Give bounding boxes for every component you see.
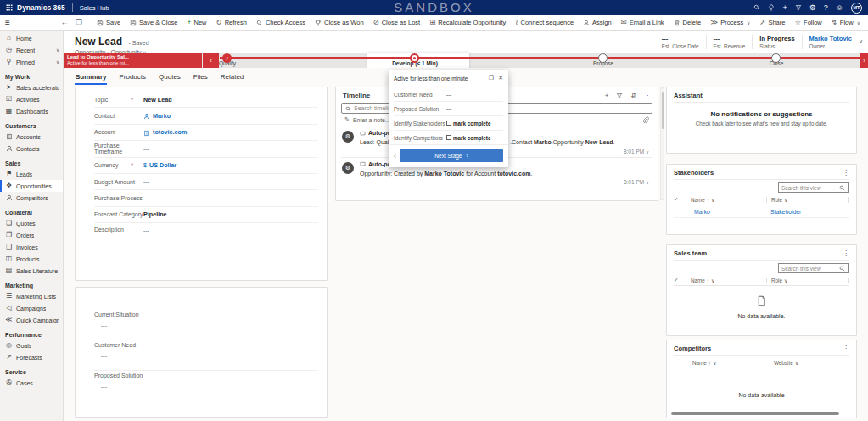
- new-button[interactable]: +New: [188, 19, 207, 26]
- forecast-category-value[interactable]: Pipeline: [143, 210, 167, 218]
- help-icon[interactable]: ?: [824, 4, 828, 12]
- entry-timestamp[interactable]: 8:01 PM ∨: [360, 179, 651, 185]
- sidebar-item-forecasts[interactable]: ↗Forecasts: [0, 351, 63, 363]
- stakeholder-role-link[interactable]: Stakeholder: [766, 209, 849, 215]
- stage-step-identify-competitors[interactable]: Identify Competitors mark complete: [394, 130, 503, 144]
- sidebar-item-leads[interactable]: ⚑Leads: [0, 168, 63, 180]
- more-icon[interactable]: ⋮: [843, 250, 849, 257]
- refresh-button[interactable]: ↻Refresh: [216, 19, 247, 26]
- tab-summary[interactable]: Summary: [75, 72, 107, 85]
- previous-stage-chevron[interactable]: ‹: [394, 152, 396, 160]
- contact-value[interactable]: Marko: [143, 112, 171, 120]
- mark-complete-checkbox[interactable]: [446, 121, 451, 126]
- more-icon[interactable]: ⋮: [843, 169, 849, 177]
- close-as-lost-button[interactable]: ⊘Close as Lost: [373, 19, 421, 26]
- horizontal-scrollbar[interactable]: [671, 412, 839, 415]
- header-field-owner[interactable]: Marko Totovic Owner: [802, 35, 859, 49]
- owner-value[interactable]: Marko Totovic: [809, 35, 852, 42]
- name-column-header[interactable]: Name↑∨: [686, 278, 766, 283]
- close-icon[interactable]: ✕: [498, 75, 503, 81]
- proposed-solution-value[interactable]: ---: [94, 384, 318, 390]
- process-menu-button[interactable]: ≫Process∨: [710, 19, 750, 26]
- select-all-check-icon[interactable]: ✓: [674, 277, 686, 283]
- paperclip-icon[interactable]: [642, 116, 649, 123]
- more-icon[interactable]: ⋮: [644, 92, 651, 99]
- follow-button[interactable]: ☆Follow: [794, 19, 821, 26]
- sidebar-item-opportunities[interactable]: ❖Opportunities: [0, 180, 63, 192]
- sidebar-item-campaigns[interactable]: ◁Campaigns: [0, 302, 63, 314]
- connect-sequence-button[interactable]: ≀Connect sequence: [515, 19, 574, 26]
- sidebar-item-products[interactable]: ◫Products: [0, 253, 63, 265]
- sidebar-item-recent[interactable]: ◷Recent∨: [0, 44, 63, 56]
- mark-complete-checkbox[interactable]: [446, 135, 451, 140]
- customer-need-value[interactable]: ---: [446, 92, 452, 98]
- sidebar-item-quick-campaigns[interactable]: ≪Quick Campaigns: [0, 314, 63, 326]
- field-row-budget-amount[interactable]: Budget Amount ---: [94, 174, 318, 190]
- role-column-header[interactable]: Role∨: [766, 197, 849, 203]
- header-field-status[interactable]: In Progress Status: [752, 35, 801, 49]
- stakeholder-row[interactable]: Marko Stakeholder: [674, 205, 849, 218]
- search-icon[interactable]: [753, 4, 760, 11]
- area-title[interactable]: Sales Hub: [80, 4, 109, 12]
- more-icon[interactable]: ⋮: [843, 345, 849, 352]
- field-row-proposed-solution[interactable]: Proposed Solution ---: [94, 371, 318, 401]
- field-row-contact[interactable]: Contact Marko: [94, 108, 318, 124]
- sidebar-item-competitors[interactable]: Competitors: [0, 192, 63, 204]
- stage-field-customer-need[interactable]: Customer Need ---: [394, 87, 503, 101]
- sidebar-item-sales-accelerator[interactable]: ➤Sales accelerator: [0, 81, 63, 93]
- process-chevron-left[interactable]: ‹: [203, 53, 219, 68]
- close-as-won-button[interactable]: Close as Won: [315, 19, 364, 26]
- field-row-topic[interactable]: Topic* New Lead: [94, 92, 318, 108]
- account-value[interactable]: totovic.com: [143, 128, 187, 136]
- select-all-check-icon[interactable]: ✓: [674, 196, 686, 203]
- purchase-timeframe-value[interactable]: ---: [143, 145, 149, 153]
- field-row-purchase-process[interactable]: Purchase Process ---: [94, 190, 318, 206]
- process-banner[interactable]: Lead to Opportunity Sal... Active for le…: [64, 53, 202, 68]
- sort-icon[interactable]: ⇵: [630, 92, 636, 99]
- flow-menu-button[interactable]: ↯Flow∨: [832, 19, 860, 26]
- check-access-button[interactable]: Check Access: [256, 19, 305, 26]
- popout-icon[interactable]: ❐: [489, 75, 494, 81]
- recalculate-opportunity-button[interactable]: ⊞Recalculate Opportunity: [429, 19, 506, 26]
- settings-gear-icon[interactable]: ⚙: [809, 4, 816, 12]
- add-icon[interactable]: +: [605, 92, 609, 99]
- field-row-currency[interactable]: Currency* $US Dollar: [94, 158, 318, 174]
- name-column-header[interactable]: Name↑∨: [686, 197, 766, 203]
- stage-develop-marker[interactable]: [410, 53, 419, 63]
- field-row-current-situation[interactable]: Current Situation ---: [94, 310, 318, 340]
- sidebar-item-quotes[interactable]: ❏Quotes: [0, 217, 63, 229]
- topic-value[interactable]: New Lead: [143, 96, 172, 104]
- hamburger-menu-icon[interactable]: ≡: [5, 18, 10, 27]
- sidebar-item-marketing-lists[interactable]: ☰Marketing Lists: [0, 290, 63, 302]
- description-value[interactable]: ---: [143, 227, 149, 234]
- chevron-down-icon[interactable]: ∨: [859, 38, 863, 45]
- field-row-customer-need[interactable]: Customer Need ---: [94, 340, 318, 371]
- sidebar-item-cases[interactable]: ✇Cases: [0, 377, 63, 389]
- scrollbar-thumb[interactable]: [662, 92, 664, 129]
- stage-close-marker[interactable]: [771, 53, 781, 63]
- app-title[interactable]: Dynamics 365: [17, 3, 65, 12]
- budget-amount-value[interactable]: ---: [143, 178, 149, 186]
- sidebar-item-home[interactable]: ⌂Home: [0, 32, 63, 44]
- tab-quotes[interactable]: Quotes: [158, 72, 182, 85]
- role-column-header[interactable]: Role∨: [766, 278, 849, 283]
- save-button[interactable]: Save: [97, 19, 120, 26]
- sidebar-item-pinned[interactable]: ⚲Pinned∨: [0, 56, 63, 68]
- customer-need-value[interactable]: ---: [94, 353, 318, 359]
- current-situation-value[interactable]: ---: [94, 323, 318, 328]
- currency-value[interactable]: $US Dollar: [143, 161, 176, 169]
- field-row-account[interactable]: Account totovic.com: [94, 125, 318, 141]
- email-a-link-button[interactable]: ✉Email a Link: [621, 19, 664, 26]
- stage-step-identify-stakeholders[interactable]: Identify Stakeholders mark complete: [394, 115, 503, 130]
- header-field-est-revenue[interactable]: --- Est. Revenue: [706, 35, 753, 49]
- proposed-solution-value[interactable]: ---: [446, 106, 452, 112]
- process-chevron-right[interactable]: ›: [860, 53, 868, 68]
- sidebar-item-orders[interactable]: ❐Orders: [0, 229, 63, 241]
- sidebar-item-sales-literature[interactable]: ▤Sales Literature: [0, 265, 63, 277]
- name-column-header[interactable]: Name↑∨: [674, 360, 767, 366]
- waffle-icon[interactable]: [6, 4, 13, 11]
- sidebar-item-goals[interactable]: ◎Goals: [0, 340, 63, 351]
- stage-qualify-marker[interactable]: ✓: [222, 53, 232, 63]
- back-icon[interactable]: ←: [61, 19, 69, 26]
- filter-icon[interactable]: [795, 4, 802, 11]
